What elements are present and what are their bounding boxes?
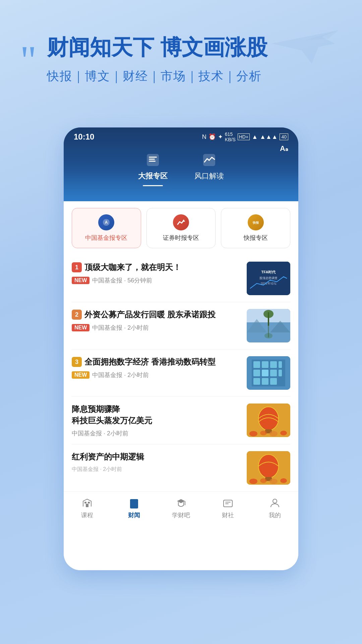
- nav-icon-mine: [269, 497, 281, 509]
- alarm-icon: ⏰: [208, 133, 216, 141]
- cat-icon-zhengquan: [173, 214, 189, 230]
- new-badge-2: NEW: [72, 324, 89, 331]
- phone-content: A 中国基金报专区 证券时报专区 快报: [64, 201, 298, 570]
- new-badge-3: NEW: [72, 371, 89, 379]
- news-list: 1 顶级大咖来了，就在明天！ NEW 中国基金报 · 56分钟前: [64, 255, 298, 491]
- dabao-icon: [144, 152, 161, 168]
- notification-icon: N: [202, 133, 206, 141]
- news-title-row-2: 2 外资公募产品发行回暖 股东承诺跟投: [72, 309, 241, 320]
- signal-icon: ▲▲▲: [260, 133, 278, 141]
- svg-rect-56: [88, 502, 90, 503]
- svg-rect-1: [149, 157, 157, 158]
- tab-fengkou[interactable]: 风口解读: [194, 152, 224, 186]
- nav-item-course[interactable]: 课程: [64, 497, 111, 519]
- svg-point-52: [269, 479, 278, 484]
- news-image-4: [247, 404, 290, 437]
- category-tabs: A 中国基金报专区 证券时报专区 快报: [64, 201, 298, 255]
- data-speed: 615KB/S: [225, 131, 236, 142]
- tab-dabao[interactable]: 大报专区: [138, 152, 168, 186]
- news-source-2: 中国基金报 · 2小时前: [92, 324, 149, 332]
- svg-rect-27: [253, 370, 260, 376]
- svg-point-51: [260, 478, 267, 483]
- news-meta-2: NEW 中国基金报 · 2小时前: [72, 324, 241, 332]
- news-image-3: [247, 356, 290, 390]
- svg-point-53: [280, 478, 287, 483]
- nav-label-caiwen: 财闻: [128, 511, 140, 519]
- cat-tab-jijin[interactable]: A 中国基金报专区: [72, 208, 141, 248]
- bluetooth-icon: ✦: [218, 133, 223, 141]
- nav-item-xuecaiba[interactable]: 学财吧: [158, 497, 204, 519]
- fengkou-icon: [201, 152, 218, 168]
- svg-rect-64: [225, 502, 231, 502]
- svg-point-40: [249, 431, 257, 436]
- svg-text:TFA时代: TFA时代: [261, 270, 276, 274]
- svg-rect-28: [262, 370, 268, 376]
- svg-point-43: [280, 431, 287, 435]
- nav-item-mine[interactable]: 我的: [251, 497, 298, 519]
- news-image-1: TFA时代 股涨趋势调查 2021年论坛: [247, 262, 290, 295]
- svg-point-50: [249, 479, 257, 484]
- svg-rect-54: [86, 504, 88, 507]
- news-image-2: [247, 309, 290, 342]
- svg-rect-25: [270, 361, 277, 368]
- nav-label-caishe: 财社: [222, 511, 234, 519]
- svg-rect-32: [270, 378, 277, 385]
- header-section: 财闻知天下 博文画涨股 快报｜博文｜财经｜市场｜技术｜分析: [0, 34, 362, 85]
- news-source-4: 中国基金报 · 2小时前: [72, 429, 128, 437]
- status-icons: N ⏰ ✦ 615KB/S HD+ ▲ ▲▲▲ 40: [202, 131, 288, 142]
- cat-tab-zhengquan[interactable]: 证券时报专区: [146, 208, 216, 248]
- svg-text:股涨趋势调查: 股涨趋势调查: [259, 276, 278, 280]
- svg-text:A: A: [105, 220, 108, 225]
- svg-rect-57: [130, 499, 138, 508]
- news-image-5: [247, 451, 290, 485]
- news-rank-2: 2: [72, 310, 82, 320]
- news-meta-5: 中国基金报 · 2小时前: [72, 466, 241, 473]
- news-item-1[interactable]: 1 顶级大咖来了，就在明天！ NEW 中国基金报 · 56分钟前: [72, 255, 290, 302]
- new-badge-1: NEW: [72, 277, 89, 284]
- svg-rect-24: [262, 361, 268, 368]
- news-meta-3: NEW 中国基金报 · 2小时前: [72, 371, 241, 379]
- nav-item-caiwen[interactable]: 财闻: [111, 497, 158, 519]
- news-item-4[interactable]: 降息预期骤降科技巨头蒸发万亿美元 中国基金报 · 2小时前: [72, 397, 290, 444]
- nav-icon-caishe: [222, 497, 234, 509]
- news-item-5[interactable]: 红利资产的中期逻辑 中国基金报 · 2小时前: [72, 444, 290, 491]
- svg-rect-33: [279, 370, 282, 376]
- sub-slogan: 快报｜博文｜财经｜市场｜技术｜分析: [47, 68, 342, 85]
- news-rank-1: 1: [72, 262, 82, 272]
- wifi-icon: ▲: [252, 133, 258, 141]
- status-time: 10:10: [74, 132, 94, 142]
- cat-icon-kuaibao: 快报: [248, 214, 264, 230]
- cat-tab-kuaibao[interactable]: 快报 快报专区: [221, 208, 290, 248]
- phone-tabs: 大报专区 风口解读: [64, 145, 298, 190]
- nav-item-caishe[interactable]: 财社: [204, 497, 251, 519]
- news-content-4: 降息预期骤降科技巨头蒸发万亿美元 中国基金报 · 2小时前: [72, 404, 241, 437]
- svg-rect-29: [270, 370, 277, 376]
- cat-label-jijin: 中国基金报专区: [85, 234, 127, 242]
- phone-header: 10:10 N ⏰ ✦ 615KB/S HD+ ▲ ▲▲▲ 40 Aₐ: [64, 127, 298, 201]
- nav-label-course: 课程: [81, 511, 93, 519]
- svg-rect-23: [253, 361, 260, 368]
- news-content-3: 3 全面拥抱数字经济 香港推动数码转型 NEW 中国基金报 · 2小时前: [72, 356, 241, 379]
- font-size-button[interactable]: Aₐ: [280, 144, 288, 153]
- svg-point-18: [264, 333, 273, 338]
- svg-rect-0: [147, 154, 159, 166]
- news-source-3: 中国基金报 · 2小时前: [92, 371, 149, 379]
- news-title-1: 顶级大咖来了，就在明天！: [84, 262, 181, 273]
- news-source-5: 中国基金报 · 2小时前: [72, 466, 122, 473]
- cat-label-zhengquan: 证券时报专区: [163, 234, 199, 242]
- tab-fengkou-label: 风口解读: [194, 171, 224, 181]
- news-content-1: 1 顶级大咖来了，就在明天！ NEW 中国基金报 · 56分钟前: [72, 262, 241, 284]
- nav-icon-course: [81, 497, 93, 509]
- svg-rect-60: [131, 504, 136, 505]
- svg-rect-59: [131, 502, 135, 503]
- news-item-3[interactable]: 3 全面拥抱数字经济 香港推动数码转型 NEW 中国基金报 · 2小时前: [72, 350, 290, 397]
- news-source-1: 中国基金报 · 56分钟前: [92, 276, 152, 284]
- svg-rect-58: [131, 501, 137, 502]
- news-title-row-3: 3 全面拥抱数字经济 香港推动数码转型: [72, 356, 241, 368]
- svg-text:2021年论坛: 2021年论坛: [260, 282, 276, 285]
- svg-point-42: [269, 431, 278, 436]
- news-title-5: 红利资产的中期逻辑: [72, 451, 241, 463]
- news-rank-3: 3: [72, 357, 82, 367]
- news-title-2: 外资公募产品发行回暖 股东承诺跟投: [84, 309, 216, 320]
- news-item-2[interactable]: 2 外资公募产品发行回暖 股东承诺跟投 NEW 中国基金报 · 2小时前: [72, 302, 290, 350]
